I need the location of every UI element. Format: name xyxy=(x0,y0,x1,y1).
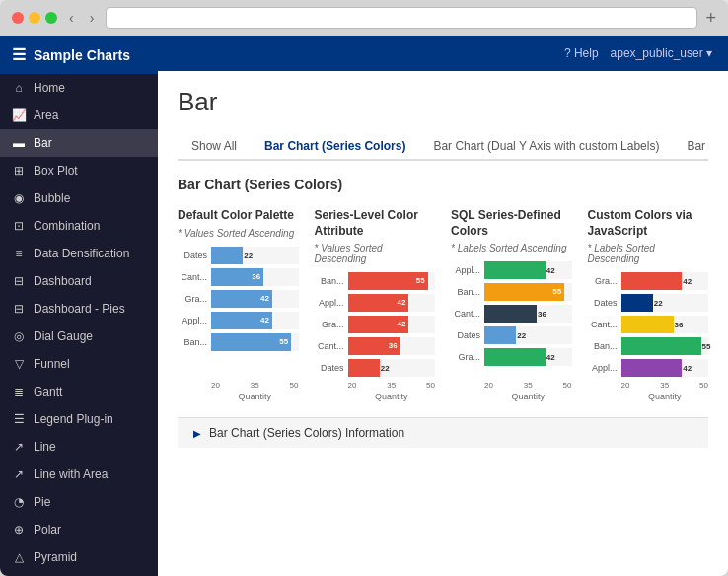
bar-value-2-1: 55 xyxy=(552,288,561,296)
axis-tick-3: 35 xyxy=(660,381,669,390)
bar-label-2-3: Dates xyxy=(451,330,480,340)
chart-subtitle-1: * Values Sorted Descending xyxy=(315,243,436,264)
sidebar-item-home[interactable]: ⌂Home xyxy=(0,74,158,102)
sidebar-label-0: Home xyxy=(34,81,65,95)
bar-fill-3-4 xyxy=(621,359,683,377)
sidebar-item-dial-gauge[interactable]: ◎Dial Gauge xyxy=(0,323,158,350)
bar-wrapper-1-0: 55 xyxy=(348,272,436,290)
sidebar-label-7: Dashboard xyxy=(34,274,92,288)
minimize-button[interactable] xyxy=(29,12,40,24)
help-link[interactable]: ? Help xyxy=(564,46,599,60)
bar-fill-2-1: 55 xyxy=(484,283,564,301)
sidebar-item-bubble[interactable]: ◉Bubble xyxy=(0,184,158,212)
close-button[interactable] xyxy=(12,12,24,24)
sidebar-item-legend-plug-in[interactable]: ☰Legend Plug-in xyxy=(0,405,158,433)
sidebar-item-pie[interactable]: ◔Pie xyxy=(0,488,158,516)
sidebar-label-15: Pie xyxy=(34,495,50,509)
bar-label-0-1: Cant... xyxy=(178,272,207,282)
sidebar-item-dashboard[interactable]: ⊟Dashboard xyxy=(0,267,158,295)
bar-row-3-1: Dates22 xyxy=(588,294,709,312)
bar-label-3-3: Ban... xyxy=(588,341,618,351)
axis-tick-0: 35 xyxy=(251,381,259,390)
sidebar-icon-17: △ xyxy=(12,550,26,564)
bar-wrapper-3-4: 42 xyxy=(621,359,709,377)
section-title: Bar Chart (Series Colors) xyxy=(178,177,708,192)
sidebar-label-13: Line xyxy=(34,440,56,454)
bar-value-outside-3-3: 55 xyxy=(702,342,711,351)
sidebar-item-line[interactable]: ↗Line xyxy=(0,433,158,461)
sidebar-item-combination[interactable]: ⊡Combination xyxy=(0,212,158,240)
bar-row-2-0: Appl...42 xyxy=(451,261,572,279)
sidebar-item-area[interactable]: 📈Area xyxy=(0,102,158,129)
axis-tick-1: 20 xyxy=(348,381,357,390)
bar-fill-1-0: 55 xyxy=(348,272,428,290)
bar-row-3-0: Gra...42 xyxy=(588,272,709,290)
bar-row-3-2: Cant...36 xyxy=(588,316,709,333)
bar-value-0-2: 42 xyxy=(260,295,269,303)
sidebar-item-polar[interactable]: ⊕Polar xyxy=(0,516,158,543)
bar-row-1-4: Dates22 xyxy=(315,359,436,377)
bar-wrapper-1-2: 42 xyxy=(348,316,436,333)
bar-label-0-0: Dates xyxy=(178,251,207,260)
bar-fill-2-4 xyxy=(484,348,546,366)
tab-3[interactable]: Bar Chart (Stacked) xyxy=(673,133,708,161)
axis-tick-2: 20 xyxy=(484,381,493,390)
bar-wrapper-3-3: 55 xyxy=(621,337,709,355)
charts-grid: Default Color Palette* Values Sorted Asc… xyxy=(178,208,708,401)
bar-label-1-4: Dates xyxy=(315,363,344,373)
sidebar-icon-9: ◎ xyxy=(12,329,26,343)
back-button[interactable]: ‹ xyxy=(65,8,78,28)
sidebar-item-bar[interactable]: ▬Bar xyxy=(0,129,158,157)
bar-fill-0-2: 42 xyxy=(211,290,272,308)
bar-row-0-2: Gra...42 xyxy=(178,290,299,308)
bar-wrapper-3-0: 42 xyxy=(621,272,709,290)
chart-2: SQL Series-Defined Colors* Labels Sorted… xyxy=(451,208,572,401)
bar-wrapper-0-4: 55 xyxy=(211,333,299,351)
bar-value-0-3: 42 xyxy=(260,317,269,324)
sidebar-label-2: Bar xyxy=(34,136,52,150)
sidebar-icon-6: ≡ xyxy=(12,247,26,260)
traffic-lights xyxy=(12,12,57,24)
bar-row-2-4: Gra...42 xyxy=(451,348,572,366)
sidebar-item-gantt[interactable]: ≣Gantt xyxy=(0,378,158,405)
bar-fill-1-4 xyxy=(348,359,380,377)
hamburger-icon[interactable]: ☰ xyxy=(12,45,26,64)
bar-label-0-4: Ban... xyxy=(178,337,207,347)
address-bar[interactable] xyxy=(106,7,697,29)
page-content: Bar Show AllBar Chart (Series Colors)Bar… xyxy=(158,71,728,576)
tab-2[interactable]: Bar Chart (Dual Y Axis with custom Label… xyxy=(419,133,673,161)
app-container: ☰ Sample Charts ⌂Home📈Area▬Bar⊞Box Plot◉… xyxy=(0,36,728,576)
sidebar-icon-12: ☰ xyxy=(12,412,26,426)
bar-row-2-3: Dates22 xyxy=(451,326,572,344)
tab-1[interactable]: Bar Chart (Series Colors) xyxy=(251,133,419,161)
user-menu[interactable]: apex_public_user ▾ xyxy=(611,46,712,60)
bar-label-1-2: Gra... xyxy=(315,320,344,329)
sidebar-item-dashboard---pies[interactable]: ⊟Dashboard - Pies xyxy=(0,295,158,323)
bar-wrapper-0-0: 22 xyxy=(211,247,299,264)
bar-wrapper-2-3: 22 xyxy=(484,326,572,344)
chart-title-1: Series-Level Color Attribute xyxy=(315,208,436,239)
info-arrow-icon: ▶ xyxy=(193,428,201,439)
tab-0[interactable]: Show All xyxy=(178,133,251,161)
sidebar-item-line-with-area[interactable]: ↗Line with Area xyxy=(0,461,158,488)
sidebar-item-box-plot[interactable]: ⊞Box Plot xyxy=(0,157,158,184)
bar-value-outside-2-3: 22 xyxy=(517,331,526,340)
bar-fill-2-0 xyxy=(484,261,546,279)
sidebar-item-pyramid[interactable]: △Pyramid xyxy=(0,543,158,571)
sidebar-item-funnel[interactable]: ▽Funnel xyxy=(0,350,158,378)
forward-button[interactable]: › xyxy=(86,8,99,28)
bar-wrapper-0-1: 36 xyxy=(211,268,299,286)
sidebar-icon-5: ⊡ xyxy=(12,219,26,233)
bar-fill-0-4: 55 xyxy=(211,333,291,351)
bar-value-1-2: 42 xyxy=(398,321,406,328)
sidebar-item-data-densification[interactable]: ≡Data Densification xyxy=(0,240,158,267)
maximize-button[interactable] xyxy=(45,12,57,24)
new-tab-button[interactable]: + xyxy=(705,8,716,29)
info-bar[interactable]: ▶ Bar Chart (Series Colors) Information xyxy=(178,417,708,448)
sidebar-icon-8: ⊟ xyxy=(12,302,26,316)
axis-tick-1: 50 xyxy=(426,381,435,390)
bar-chart-3: Gra...42Dates22Cant...36Ban...55Appl...4… xyxy=(588,272,709,377)
sidebar-icon-2: ▬ xyxy=(12,136,26,150)
bar-value-outside-3-2: 36 xyxy=(674,321,683,329)
axis-tick-0: 20 xyxy=(211,381,220,390)
